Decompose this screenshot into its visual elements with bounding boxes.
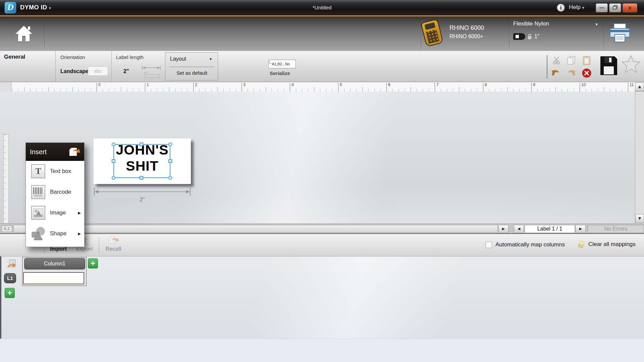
restore-button[interactable]	[609, 3, 621, 12]
selection-handle-se[interactable]	[168, 176, 172, 180]
printer-icon	[609, 22, 631, 44]
layout-label: Layout	[170, 56, 186, 62]
data-toolbar: Data Import Export Recall Automatically …	[0, 233, 644, 256]
ruler-major-tick	[241, 83, 242, 92]
ruler-tick-label: 11	[630, 82, 634, 87]
insert-item-barcode[interactable]: 0123 Barcode	[26, 182, 84, 202]
ruler-tick-label: 4	[291, 82, 294, 87]
set-as-default-button[interactable]: Set as default	[165, 70, 218, 76]
selection-handle-nw[interactable]	[112, 142, 115, 146]
design-canvas[interactable]: JOHN'S SHIT 2" ▼	[0, 92, 644, 224]
shape-icon	[31, 227, 45, 241]
help-menu[interactable]: Help ▾	[569, 4, 584, 11]
dymo-id-window: D DYMO ID ▾ *Untitled i Help ▾ — x	[0, 0, 644, 362]
section-separator	[55, 51, 56, 82]
close-button[interactable]: x	[623, 3, 637, 12]
ruler-tick-label: 1	[147, 82, 149, 87]
label-length-value: 2"	[123, 68, 129, 74]
selection-handle-n[interactable]	[140, 142, 143, 146]
barcode-bars	[33, 187, 43, 194]
insert-item-shape[interactable]: Shape ▶	[26, 223, 84, 244]
error-status: No Errors	[588, 225, 644, 233]
data-grid-area: Column1 + L1 +	[0, 256, 644, 339]
column-header[interactable]: Column1	[24, 258, 85, 269]
taskbar: 63°F Cloudy Search	[0, 339, 644, 362]
toolbar-separator	[99, 237, 99, 253]
orientation-abc-icon[interactable]: abc	[88, 66, 108, 76]
insert-panel-title: Insert	[30, 148, 68, 156]
scroll-up-button[interactable]: ▲	[635, 82, 644, 91]
copy-button[interactable]	[566, 55, 577, 66]
printer-selector[interactable]	[423, 20, 441, 45]
toolbar-separator	[604, 18, 604, 49]
label-width-value: 1"	[534, 34, 539, 40]
eraser-icon	[578, 240, 586, 249]
selection-handle-ne[interactable]	[168, 142, 172, 146]
selection-handle-sw[interactable]	[112, 176, 115, 180]
add-column-button[interactable]: +	[88, 258, 98, 268]
label-type-selector[interactable]: Flexible Nylon ▾ 1"	[513, 20, 600, 40]
clipboard-icon	[582, 56, 591, 65]
scroll-down-button[interactable]: ▼	[635, 214, 644, 223]
cut-button[interactable]	[551, 55, 562, 66]
insert-panel-header[interactable]: Insert	[26, 143, 84, 161]
title-bar: D DYMO ID ▾ *Untitled i Help ▾ — x	[0, 0, 644, 15]
chevron-down-icon: ▾	[582, 5, 584, 10]
add-row-button[interactable]: +	[5, 288, 15, 298]
previous-label-button[interactable]: ◀	[514, 225, 524, 233]
ruler-major-tick	[338, 83, 338, 92]
label-length-icon[interactable]	[141, 65, 162, 80]
next-label-button[interactable]: ▶	[576, 225, 586, 233]
minimize-button[interactable]: —	[596, 3, 608, 12]
clear-mappings-button[interactable]: Clear all mappings	[578, 240, 636, 249]
selection-handle-e[interactable]	[168, 159, 172, 163]
home-button[interactable]	[11, 20, 36, 47]
row-header[interactable]: L1	[4, 273, 16, 283]
ruler-tick-label: 9	[533, 82, 535, 87]
selection-handle-w[interactable]	[112, 159, 115, 163]
auto-map-checkbox[interactable]	[486, 242, 492, 248]
save-icon	[599, 55, 618, 76]
barcode-digits: 0123	[35, 194, 42, 197]
printer-name[interactable]: RHINO 6000 RHINO 6000+	[449, 24, 484, 41]
selection-handle-s[interactable]	[140, 176, 143, 180]
clear-mappings-label: Clear all mappings	[588, 241, 636, 248]
vertical-scrollbar[interactable]: ▼	[635, 92, 644, 224]
auto-map-label: Automatically map columns	[495, 241, 565, 248]
ruler-corner	[0, 82, 11, 92]
layout-dropdown[interactable]: Layout ▾	[170, 56, 186, 62]
label-pager: Label 1 / 1	[525, 225, 575, 233]
image-icon	[31, 206, 45, 220]
auto-map-option[interactable]: Automatically map columns	[486, 241, 565, 248]
recall-icon	[108, 236, 119, 245]
print-button[interactable]	[609, 22, 631, 45]
paste-button[interactable]	[581, 55, 592, 66]
printer-line1: RHINO 6000	[449, 24, 484, 32]
data-cell-input[interactable]	[23, 273, 84, 284]
column-map-icon[interactable]	[6, 259, 17, 270]
serialize-button[interactable]: A1,B2...Nn	[268, 60, 296, 68]
info-icon[interactable]: i	[557, 4, 565, 12]
ruler-tick-label: 5	[340, 82, 342, 87]
properties-bar: General Orientation Landscape abc Label …	[0, 51, 644, 82]
save-button[interactable]	[599, 55, 618, 78]
insert-panel: Insert T Text box 0123 Barcode	[25, 142, 85, 247]
recall-button[interactable]: Recall	[103, 236, 124, 252]
scroll-right-button[interactable]: ▶	[498, 225, 508, 233]
orientation-label: Orientation	[60, 54, 85, 60]
horizontal-scrollbar[interactable]	[13, 225, 498, 233]
section-separator	[547, 55, 547, 78]
delete-button[interactable]	[581, 68, 592, 78]
star-icon	[621, 54, 641, 74]
insert-item-text-box[interactable]: T Text box	[26, 161, 84, 182]
ruler-tick-label: 2	[195, 82, 197, 87]
textbox-selection[interactable]	[113, 144, 170, 178]
dimension-text: 2"	[94, 197, 191, 203]
help-label: Help	[569, 4, 581, 10]
favorite-button[interactable]	[621, 54, 641, 75]
ruler-tick-label: 0	[98, 82, 101, 87]
redo-button[interactable]	[566, 68, 577, 78]
horizontal-ruler: 01234567891011	[11, 82, 635, 92]
insert-item-image[interactable]: Image ▶	[26, 202, 84, 223]
undo-button[interactable]	[550, 68, 561, 78]
